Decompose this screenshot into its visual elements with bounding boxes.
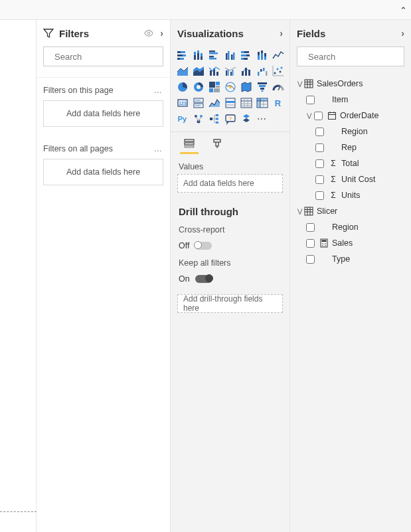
- side-panels: Filters › Filters on this page … Add dat…: [0, 20, 411, 532]
- ribbon-expand-icon[interactable]: ⌃: [400, 5, 407, 15]
- svg-rect-6: [177, 58, 180, 60]
- svg-rect-28: [258, 55, 260, 60]
- field-type[interactable]: Type: [295, 251, 406, 267]
- field-checkbox[interactable]: [314, 112, 323, 120]
- svg-rect-63: [259, 85, 266, 87]
- svg-rect-40: [232, 70, 233, 76]
- field-item[interactable]: Item: [295, 92, 406, 108]
- filters-page-more-icon[interactable]: …: [154, 86, 163, 95]
- viz-line-clustered-column-icon[interactable]: [223, 64, 238, 78]
- svg-rect-20: [231, 54, 233, 60]
- collapse-viz-icon[interactable]: ›: [280, 28, 283, 39]
- viz-more-icon[interactable]: ⋯: [255, 112, 270, 126]
- svg-rect-59: [214, 88, 220, 92]
- viz-key-influencers-icon[interactable]: [191, 112, 206, 126]
- viz-r-visual-icon[interactable]: R: [271, 96, 286, 110]
- viz-filled-map-icon[interactable]: [239, 80, 254, 94]
- svg-point-120: [322, 243, 323, 244]
- filters-title: Filters: [59, 28, 89, 39]
- svg-rect-65: [261, 90, 263, 92]
- svg-rect-33: [264, 53, 266, 56]
- table-salesorders[interactable]: ⋁SalesOrders: [295, 76, 406, 92]
- values-label: Values: [171, 157, 289, 174]
- field-units[interactable]: ΣUnits: [295, 187, 406, 203]
- viz-slicer-icon[interactable]: [223, 96, 238, 110]
- svg-point-51: [280, 67, 282, 69]
- cross-report-toggle[interactable]: [195, 242, 212, 250]
- field-unit-cost[interactable]: ΣUnit Cost: [295, 171, 406, 187]
- field-checkbox[interactable]: [306, 239, 315, 248]
- viz-card-icon[interactable]: 123: [175, 96, 190, 110]
- viz-clustered-column-icon[interactable]: [223, 48, 238, 62]
- svg-rect-56: [216, 82, 220, 85]
- viz-py-visual-icon[interactable]: Py: [175, 112, 190, 126]
- field-checkbox[interactable]: [306, 96, 315, 104]
- field-checkbox[interactable]: [306, 255, 315, 264]
- svg-rect-12: [201, 56, 203, 60]
- filters-all-more-icon[interactable]: …: [154, 144, 163, 153]
- viz-donut-icon[interactable]: [191, 80, 206, 94]
- keep-all-toggle[interactable]: [195, 275, 212, 283]
- fields-search-input[interactable]: [307, 51, 411, 62]
- viz-multi-row-card-icon[interactable]: [191, 96, 206, 110]
- values-dropzone[interactable]: Add data fields here: [177, 174, 283, 193]
- field-checkbox[interactable]: [315, 159, 324, 168]
- collapse-filters-icon[interactable]: ›: [160, 28, 163, 39]
- viz-waterfall-icon[interactable]: [255, 64, 270, 78]
- viz-stacked-bar-icon[interactable]: [175, 48, 190, 62]
- svg-rect-119: [322, 240, 327, 242]
- filters-all-dropzone[interactable]: Add data fields here: [43, 159, 163, 185]
- field-checkbox[interactable]: [315, 175, 324, 184]
- viz-pie-icon[interactable]: [175, 80, 190, 94]
- viz-matrix-icon[interactable]: [255, 96, 270, 110]
- format-tool[interactable]: [208, 137, 226, 154]
- viz-kpi-icon[interactable]: [207, 96, 222, 110]
- field-checkbox[interactable]: [315, 143, 324, 152]
- svg-rect-29: [258, 52, 260, 55]
- fields-search[interactable]: [297, 46, 404, 66]
- field-sales[interactable]: Sales: [295, 235, 406, 251]
- viz-paginated-icon[interactable]: [239, 112, 254, 126]
- viz-gauge-icon[interactable]: [271, 80, 286, 94]
- viz-decomposition-tree-icon[interactable]: [207, 112, 222, 126]
- svg-rect-7: [180, 58, 184, 60]
- eye-icon[interactable]: [144, 29, 153, 38]
- drill-through-dropzone[interactable]: Add drill-through fields here: [177, 294, 283, 313]
- filters-search-input[interactable]: [53, 51, 167, 62]
- field-checkbox[interactable]: [315, 191, 324, 200]
- viz-qna-icon[interactable]: ?: [223, 112, 238, 126]
- field-checkbox[interactable]: [306, 223, 315, 232]
- field-rep[interactable]: Rep: [295, 139, 406, 155]
- viz-ribbon-icon[interactable]: [239, 64, 254, 78]
- svg-point-0: [148, 32, 151, 35]
- field-checkbox[interactable]: [315, 128, 324, 136]
- viz-map-icon[interactable]: [223, 80, 238, 94]
- viz-clustered-bar-icon[interactable]: [207, 48, 222, 62]
- viz-line-icon[interactable]: [271, 48, 286, 62]
- collapse-fields-icon[interactable]: ›: [401, 28, 404, 39]
- field-orderdate[interactable]: ⋁OrderDate: [295, 108, 406, 124]
- table-slicer[interactable]: ⋁Slicer: [295, 203, 406, 219]
- svg-rect-97: [216, 122, 218, 124]
- svg-text:?: ?: [228, 116, 232, 122]
- field-region[interactable]: Region: [295, 219, 406, 235]
- viz-table-icon[interactable]: [239, 96, 254, 110]
- viz-100-stacked-bar-icon[interactable]: [239, 48, 254, 62]
- viz-line-stacked-column-icon[interactable]: [207, 64, 222, 78]
- viz-funnel-icon[interactable]: [255, 80, 270, 94]
- filters-header: Filters ›: [37, 20, 170, 46]
- fields-tool[interactable]: [180, 137, 199, 154]
- viz-area-icon[interactable]: [175, 64, 190, 78]
- field-total[interactable]: ΣTotal: [295, 155, 406, 171]
- filters-page-dropzone[interactable]: Add data fields here: [43, 100, 163, 127]
- fields-title: Fields: [297, 28, 325, 39]
- viz-stacked-area-icon[interactable]: [191, 64, 206, 78]
- viz-100-stacked-column-icon[interactable]: [255, 48, 270, 62]
- field-region[interactable]: Region: [295, 124, 406, 139]
- svg-rect-11: [197, 50, 199, 53]
- viz-treemap-icon[interactable]: [207, 80, 222, 94]
- viz-stacked-column-icon[interactable]: [191, 48, 206, 62]
- svg-rect-42: [245, 68, 247, 76]
- filters-search[interactable]: [43, 46, 163, 66]
- viz-scatter-icon[interactable]: [271, 64, 286, 78]
